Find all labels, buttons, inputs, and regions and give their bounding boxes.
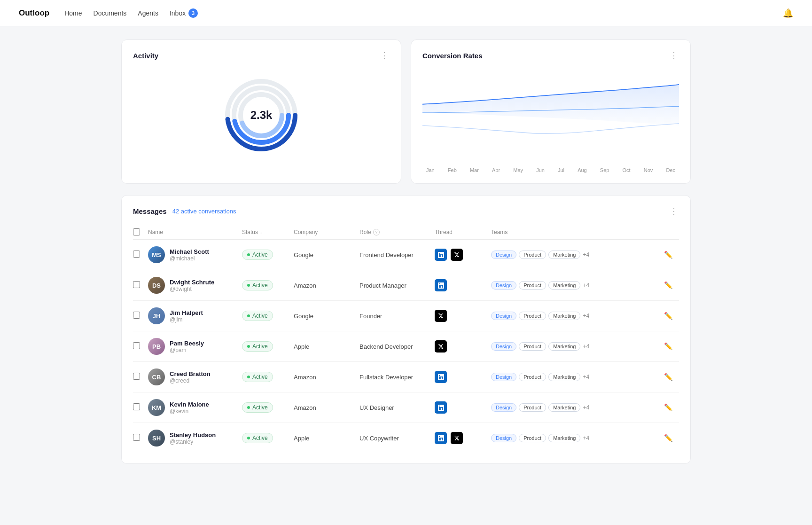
nav-inbox[interactable]: Inbox 3 [170, 7, 198, 20]
team-tag-product: Product [519, 403, 546, 412]
linkedin-icon[interactable] [435, 432, 447, 444]
thread-cell [435, 310, 491, 322]
row-select-checkbox[interactable] [133, 403, 140, 410]
select-all-checkbox[interactable] [133, 228, 140, 235]
nav-documents[interactable]: Documents [94, 8, 127, 19]
x-label-dec: Dec [666, 167, 675, 173]
team-tag-design: Design [491, 373, 516, 381]
team-tag-design: Design [491, 403, 516, 412]
team-more: +4 [583, 251, 589, 258]
row-select-checkbox[interactable] [133, 251, 140, 258]
messages-card: Messages 42 active conversations ⋮ Name … [121, 195, 691, 464]
row-select-checkbox[interactable] [133, 281, 140, 288]
edit-icon[interactable]: ✏️ [664, 251, 673, 259]
table-row: MS Michael Scott @michael Active Google … [133, 240, 679, 270]
nav-home[interactable]: Home [64, 8, 82, 19]
team-tag-product: Product [519, 373, 546, 381]
company-cell: Amazon [294, 374, 359, 381]
team-tag-product: Product [519, 281, 546, 290]
edit-icon[interactable]: ✏️ [664, 373, 673, 381]
twitter-x-icon[interactable] [451, 432, 463, 444]
status-badge: Active [242, 433, 273, 443]
edit-cell: ✏️ [664, 434, 679, 442]
table-body: MS Michael Scott @michael Active Google … [133, 240, 679, 453]
twitter-x-icon[interactable] [451, 249, 463, 261]
row-select-checkbox[interactable] [133, 373, 140, 380]
conversion-card: Conversion Rates ⋮ [411, 39, 691, 184]
person-name: Creed Bratton [170, 370, 211, 377]
table-row: KM Kevin Malone @kevin Active Amazon UX … [133, 392, 679, 423]
th-status[interactable]: Status ↓ [242, 229, 294, 235]
messages-menu-icon[interactable]: ⋮ [670, 206, 679, 216]
avatar: PB [148, 338, 165, 355]
teams-cell: Design Product Marketing +4 [491, 251, 664, 259]
navbar: Outloop Home Documents Agents Inbox 3 🔔 [0, 0, 812, 26]
nav-right: 🔔 [783, 8, 793, 18]
team-tag-marketing: Marketing [548, 312, 580, 320]
linkedin-icon[interactable] [435, 249, 447, 261]
person-name: Dwight Schrute [170, 279, 214, 286]
team-tag-marketing: Marketing [548, 342, 580, 351]
row-checkbox [133, 251, 148, 259]
edit-cell: ✏️ [664, 312, 679, 320]
row-checkbox [133, 403, 148, 412]
status-cell: Active [242, 402, 294, 413]
teams-cell: Design Product Marketing +4 [491, 373, 664, 381]
inbox-badge: 3 [188, 8, 198, 18]
thread-cell [435, 279, 491, 291]
person-handle: @jim [170, 316, 203, 323]
edit-cell: ✏️ [664, 403, 679, 412]
th-name: Name [148, 229, 242, 235]
team-tag-design: Design [491, 281, 516, 290]
line-chart-svg [422, 70, 679, 164]
edit-icon[interactable]: ✏️ [664, 403, 673, 411]
nav-agents[interactable]: Agents [138, 8, 158, 19]
status-cell: Active [242, 433, 294, 443]
teams-cell: Design Product Marketing +4 [491, 342, 664, 351]
edit-icon[interactable]: ✏️ [664, 434, 673, 442]
edit-cell: ✏️ [664, 342, 679, 351]
person-handle: @kevin [170, 408, 209, 415]
status-cell: Active [242, 372, 294, 382]
row-select-checkbox[interactable] [133, 342, 140, 349]
thread-cell [435, 340, 491, 353]
role-cell: Product Manager [359, 282, 435, 289]
avatar: SH [148, 430, 165, 447]
company-cell: Apple [294, 343, 359, 350]
edit-icon[interactable]: ✏️ [664, 312, 673, 320]
status-badge: Active [242, 280, 273, 290]
edit-icon[interactable]: ✏️ [664, 342, 673, 350]
person-info: KM Kevin Malone @kevin [148, 399, 242, 416]
conversion-menu-icon[interactable]: ⋮ [670, 50, 679, 61]
row-select-checkbox[interactable] [133, 312, 140, 319]
notification-bell-icon[interactable]: 🔔 [783, 8, 793, 18]
twitter-x-icon[interactable] [435, 310, 447, 322]
linkedin-icon[interactable] [435, 401, 447, 414]
th-company: Company [294, 229, 359, 235]
row-checkbox [133, 373, 148, 381]
table-row: SH Stanley Hudson @stanley Active Apple … [133, 423, 679, 453]
activity-menu-icon[interactable]: ⋮ [380, 50, 390, 61]
company-cell: Google [294, 251, 359, 259]
status-badge: Active [242, 250, 273, 260]
edit-icon[interactable]: ✏️ [664, 281, 673, 289]
status-dot [247, 284, 250, 287]
person-info: CB Creed Bratton @creed [148, 368, 242, 385]
twitter-x-icon[interactable] [435, 340, 447, 353]
avatar: CB [148, 368, 165, 385]
team-tag-product: Product [519, 342, 546, 351]
thread-cell [435, 401, 491, 414]
row-checkbox [133, 342, 148, 351]
row-select-checkbox[interactable] [133, 434, 140, 441]
linkedin-icon[interactable] [435, 371, 447, 383]
th-thread: Thread [435, 229, 491, 235]
team-more: +4 [583, 404, 589, 411]
linkedin-icon[interactable] [435, 279, 447, 291]
team-more: +4 [583, 343, 589, 350]
team-tag-design: Design [491, 312, 516, 320]
team-tag-marketing: Marketing [548, 434, 580, 442]
person-info: SH Stanley Hudson @stanley [148, 430, 242, 447]
team-tag-marketing: Marketing [548, 403, 580, 412]
role-help-icon[interactable]: ? [373, 229, 380, 235]
company-cell: Google [294, 313, 359, 320]
